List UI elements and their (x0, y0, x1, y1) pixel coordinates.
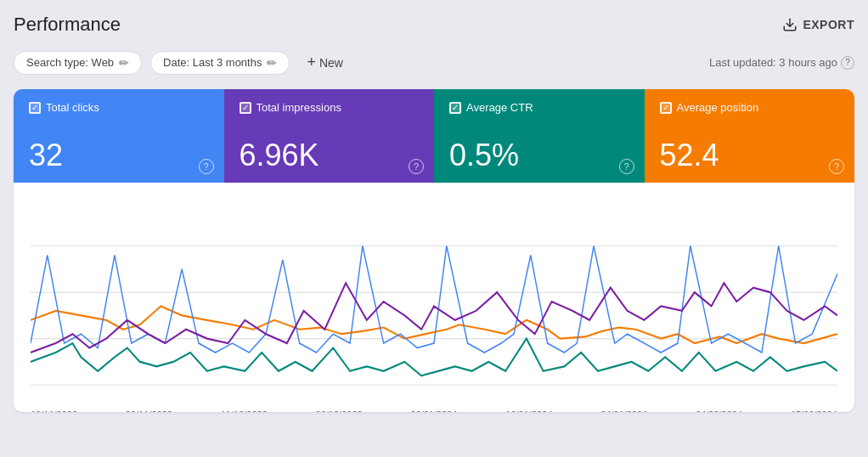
page-title: Performance (14, 14, 121, 36)
date-range-label: Date: Last 3 months (163, 56, 262, 69)
position-help-icon[interactable]: ? (829, 159, 844, 174)
impressions-label-row: Total impressions (240, 101, 420, 114)
plus-icon: + (307, 54, 316, 71)
search-type-filter[interactable]: Search type: Web ✏ (14, 51, 142, 75)
ctr-checkbox[interactable] (449, 102, 461, 114)
impressions-checkbox[interactable] (240, 102, 251, 114)
help-icon: ? (841, 56, 854, 70)
export-button[interactable]: EXPORT (782, 17, 854, 32)
ctr-help-icon[interactable]: ? (619, 159, 634, 174)
ctr-value: 0.5% (449, 140, 629, 171)
search-type-label: Search type: Web (26, 56, 114, 69)
date-range-edit-icon: ✏ (267, 56, 277, 70)
x-label-1: 30/11/2023 (126, 409, 172, 412)
search-type-edit-icon: ✏ (119, 56, 129, 70)
x-label-6: 24/01/2024 (600, 409, 647, 412)
metrics-row: Total clicks 32 ? Total impressions 6.96… (14, 89, 854, 183)
filters-row: Search type: Web ✏ Date: Last 3 months ✏… (14, 49, 854, 76)
position-value: 52.4 (660, 140, 840, 171)
ctr-label-row: Average CTR (449, 101, 629, 114)
x-label-3: 22/12/2023 (316, 409, 363, 412)
x-axis-labels: 19/11/2023 30/11/2023 11/12/2023 22/12/2… (31, 406, 837, 412)
export-label: EXPORT (803, 18, 854, 31)
last-updated-info: Last updated: 3 hours ago ? (709, 56, 854, 70)
x-label-7: 04/02/2024 (696, 409, 742, 412)
x-label-5: 13/01/2024 (505, 409, 552, 412)
clicks-value: 32 (29, 140, 209, 171)
new-filter-button[interactable]: + New (298, 49, 352, 76)
performance-chart (31, 200, 837, 403)
x-label-0: 19/11/2023 (31, 409, 77, 412)
metric-clicks[interactable]: Total clicks 32 ? (14, 89, 224, 183)
page-header: Performance EXPORT (14, 14, 854, 36)
x-label-2: 11/12/2023 (221, 409, 268, 412)
chart-area: 19/11/2023 30/11/2023 11/12/2023 22/12/2… (14, 183, 854, 412)
main-card: Total clicks 32 ? Total impressions 6.96… (14, 89, 854, 412)
position-checkbox[interactable] (660, 102, 672, 114)
x-label-8: 15/02/2024 (791, 409, 837, 412)
metric-position[interactable]: Average position 52.4 ? (645, 89, 855, 183)
x-label-4: 02/01/2024 (410, 409, 457, 412)
last-updated-text: Last updated: 3 hours ago (709, 56, 837, 69)
metric-ctr[interactable]: Average CTR 0.5% ? (434, 89, 645, 183)
position-label: Average position (677, 101, 759, 114)
new-label: New (319, 56, 343, 70)
impressions-value: 6.96K (240, 140, 420, 171)
impressions-label: Total impressions (256, 101, 341, 114)
position-label-row: Average position (660, 101, 840, 114)
clicks-checkbox[interactable] (29, 102, 41, 114)
date-range-filter[interactable]: Date: Last 3 months ✏ (150, 51, 290, 75)
clicks-label-row: Total clicks (29, 101, 209, 114)
clicks-label: Total clicks (46, 101, 99, 114)
metric-impressions[interactable]: Total impressions 6.96K ? (224, 89, 435, 183)
clicks-help-icon[interactable]: ? (199, 159, 214, 174)
export-icon (782, 17, 798, 32)
impressions-help-icon[interactable]: ? (409, 159, 424, 174)
ctr-label: Average CTR (466, 101, 533, 114)
